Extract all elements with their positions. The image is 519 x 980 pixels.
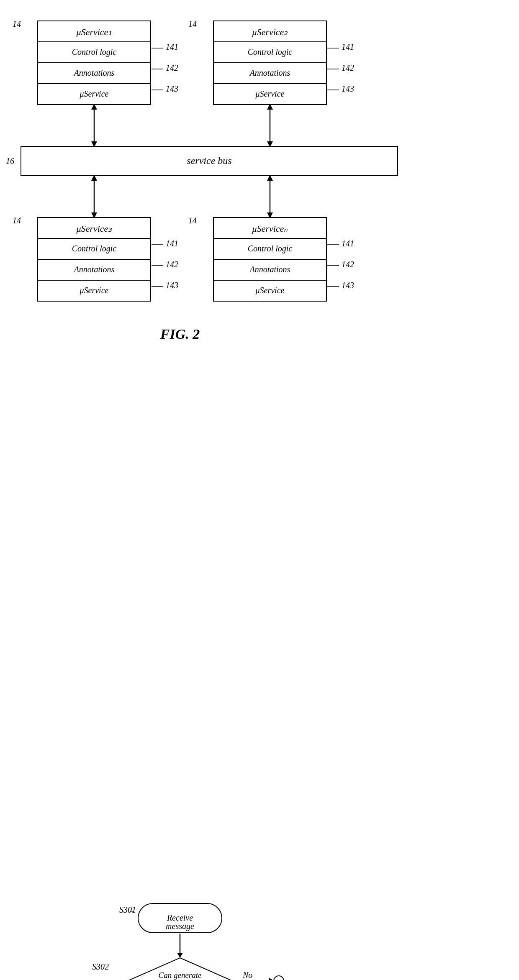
svg-text:S301: S301 xyxy=(119,905,136,914)
svg-text:Annotations: Annotations xyxy=(73,68,115,77)
svg-text:Control logic: Control logic xyxy=(248,47,293,57)
svg-text:μService: μService xyxy=(255,89,285,99)
svg-text:service bus: service bus xyxy=(187,155,231,166)
svg-text:μService: μService xyxy=(80,286,109,295)
svg-text:μServiceₙ: μServiceₙ xyxy=(252,223,288,234)
svg-text:No: No xyxy=(242,970,252,980)
svg-text:141: 141 xyxy=(342,239,354,248)
svg-text:141: 141 xyxy=(166,239,178,248)
svg-text:message: message xyxy=(166,921,194,931)
svg-text:Annotations: Annotations xyxy=(73,265,115,274)
svg-text:142: 142 xyxy=(166,63,178,72)
svg-text:μService₃: μService₃ xyxy=(76,223,113,234)
svg-text:141: 141 xyxy=(166,42,178,51)
svg-text:Can generate: Can generate xyxy=(159,971,202,980)
svg-text:μService₂: μService₂ xyxy=(252,27,288,37)
svg-text:141: 141 xyxy=(342,42,354,51)
svg-text:16: 16 xyxy=(6,156,14,166)
svg-text:143: 143 xyxy=(166,281,178,290)
fig3-svg: Receive message S301 Can generate output… xyxy=(0,878,519,980)
svg-text:14: 14 xyxy=(13,19,21,28)
svg-marker-87 xyxy=(269,978,274,980)
svg-text:Annotations: Annotations xyxy=(249,68,290,77)
svg-text:Control logic: Control logic xyxy=(72,47,117,57)
svg-text:Annotations: Annotations xyxy=(249,265,290,274)
svg-text:142: 142 xyxy=(342,260,354,269)
svg-text:Receive: Receive xyxy=(167,913,193,922)
svg-text:μService: μService xyxy=(80,89,109,99)
svg-text:143: 143 xyxy=(166,84,178,93)
svg-text:μService₁: μService₁ xyxy=(76,27,112,37)
fig2-svg: μService₁ Control logic Annotations μSer… xyxy=(0,8,519,448)
fig2-diagram: μService₁ Control logic Annotations μSer… xyxy=(0,8,519,448)
svg-text:143: 143 xyxy=(342,281,354,290)
svg-marker-81 xyxy=(177,953,183,958)
svg-text:142: 142 xyxy=(166,260,178,269)
svg-text:14: 14 xyxy=(13,216,21,225)
fig3-diagram: Receive message S301 Can generate output… xyxy=(0,878,519,980)
svg-text:Control logic: Control logic xyxy=(72,244,117,253)
svg-text:Control logic: Control logic xyxy=(248,244,293,253)
svg-point-89 xyxy=(274,976,284,980)
svg-text:142: 142 xyxy=(342,63,354,72)
svg-text:14: 14 xyxy=(188,19,197,28)
svg-text:14: 14 xyxy=(188,216,197,225)
svg-text:143: 143 xyxy=(342,84,354,93)
svg-text:FIG. 2: FIG. 2 xyxy=(160,326,200,342)
svg-text:S302: S302 xyxy=(92,962,109,971)
svg-text:μService: μService xyxy=(255,286,285,295)
